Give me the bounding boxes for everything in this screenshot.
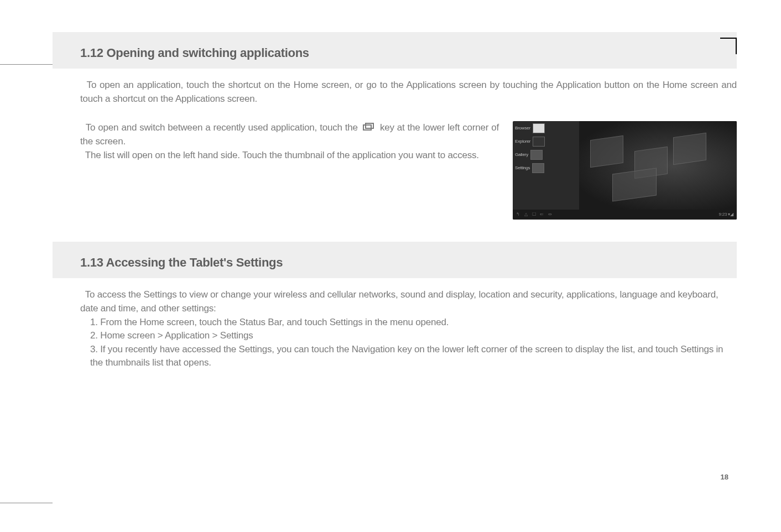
crop-mark (736, 38, 737, 54)
heading-1-13: 1.13 Accessing the Tablet's Settings (80, 255, 737, 270)
arrow-icon: ⇔ (548, 211, 552, 218)
manual-page: 1.12 Opening and switching applications … (0, 32, 781, 532)
paragraph: To access the Settings to view or change… (80, 288, 737, 315)
section-heading-band: 1.12 Opening and switching applications (53, 32, 737, 69)
list-item: 2. Home screen > Application > Settings (90, 329, 737, 343)
nav-buttons: ↰ △ ☐ ⇐ ⇔ (516, 211, 552, 218)
screenshot-background (579, 121, 737, 210)
recent-app-item: Browser (515, 123, 577, 133)
recent-icon: ☐ (532, 211, 536, 218)
svg-rect-1 (366, 123, 373, 128)
text-image-row: To open and switch between a recently us… (80, 121, 737, 220)
android-navbar: ↰ △ ☐ ⇐ ⇔ 9:23 ▾◢ (513, 210, 737, 220)
body-text-1-12: To open an application, touch the shortc… (53, 69, 737, 220)
crop-mark (0, 64, 53, 65)
svg-rect-0 (363, 125, 371, 130)
crop-mark (0, 503, 53, 503)
paragraph: To open and switch between a recently us… (80, 121, 499, 148)
recent-app-item: Settings (515, 163, 577, 173)
paragraph: To open an application, touch the shortc… (80, 79, 737, 106)
home-icon: △ (524, 211, 528, 218)
heading-1-12: 1.12 Opening and switching applications (80, 46, 737, 60)
arrow-icon: ⇐ (540, 211, 544, 218)
recent-apps-icon (362, 121, 376, 135)
section-heading-band: 1.13 Accessing the Tablet's Settings (53, 242, 737, 278)
back-icon: ↰ (516, 211, 520, 218)
recent-apps-sidebar: Browser Explorer Gallery Settings (513, 121, 579, 210)
status-time: 9:23 ▾◢ (719, 211, 733, 218)
tablet-screenshot: Browser Explorer Gallery Settings ↰ △ ☐ (513, 121, 737, 220)
list-item: 1. From the Home screen, touch the Statu… (90, 316, 737, 330)
crop-mark (720, 38, 737, 39)
step-list: 1. From the Home screen, touch the Statu… (80, 316, 737, 371)
recent-app-item: Gallery (515, 150, 577, 160)
text-column: To open and switch between a recently us… (80, 121, 499, 162)
paragraph: The list will open on the left hand side… (80, 149, 499, 163)
recent-app-item: Explorer (515, 137, 577, 147)
list-item: 3. If you recently have accessed the Set… (90, 343, 737, 370)
page-number: 18 (721, 473, 728, 481)
body-text-1-13: To access the Settings to view or change… (53, 278, 737, 370)
